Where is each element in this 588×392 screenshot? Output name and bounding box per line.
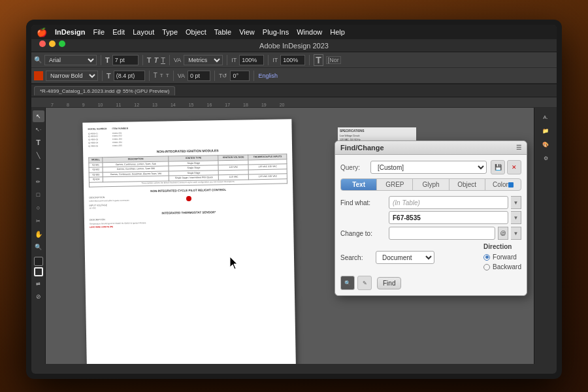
- text-tool[interactable]: T: [33, 137, 44, 148]
- delete-query-icon[interactable]: ✕: [507, 160, 521, 174]
- menu-help[interactable]: Help: [330, 28, 345, 36]
- change-options-icon[interactable]: ✎: [357, 276, 372, 290]
- query-dropdown[interactable]: [Custom]: [370, 161, 487, 174]
- tab-grep[interactable]: GREP: [377, 179, 413, 190]
- menu-file[interactable]: File: [93, 28, 105, 36]
- font-name-dropdown[interactable]: Arial: [44, 55, 97, 65]
- pencil-tool[interactable]: ✏: [33, 176, 44, 188]
- stroke-color[interactable]: [34, 267, 43, 276]
- select-tool[interactable]: ↖: [33, 110, 44, 122]
- menu-indesign[interactable]: InDesign: [55, 28, 85, 36]
- panel-icon-4[interactable]: ⚙: [536, 152, 555, 165]
- apply-none[interactable]: ⊘: [33, 291, 44, 302]
- direct-select-tool[interactable]: ↖·: [33, 123, 44, 135]
- left-toolbar: ↖ ↖· T ╲ ✒ ✏ □ ○ ✂ ✋ 🔍 ⇄ ⊘: [31, 108, 46, 364]
- menu-layout[interactable]: Layout: [133, 28, 154, 36]
- change-to-label: Change to:: [340, 230, 386, 237]
- rect-tool[interactable]: □: [33, 189, 44, 201]
- ruler-tick-20: 20: [280, 103, 298, 107]
- find-options-icon[interactable]: 🔍: [340, 276, 355, 290]
- ruler-tick-16: 16: [207, 103, 225, 107]
- menu-view[interactable]: View: [239, 28, 255, 36]
- backward-option: Backward: [483, 263, 521, 270]
- panel-icon-1[interactable]: A.: [536, 110, 555, 123]
- t-size-label: T: [106, 72, 111, 80]
- menu-type[interactable]: Type: [162, 28, 178, 36]
- zoom-tool[interactable]: 🔍: [33, 241, 44, 253]
- menu-edit[interactable]: Edit: [112, 28, 125, 36]
- ruler-tick-14: 14: [171, 103, 189, 107]
- canvas-area[interactable]: MODEL NUMBER IQ-4899-01 IQ-4899-02 IQ-48…: [46, 108, 534, 364]
- text-cursor-marker: [186, 196, 191, 201]
- find-change-panel: Find/Change ☰ Query: [Custom] 💾: [335, 140, 527, 296]
- tab-bar: *R-4899_Catalog_1.6.2023.indd @ 55% (GPU…: [31, 84, 557, 97]
- metrics-dropdown[interactable]: Metrics: [184, 55, 223, 65]
- swap-colors[interactable]: ⇄: [33, 278, 44, 289]
- forward-option: Forward: [483, 253, 521, 261]
- tab-color[interactable]: Color: [485, 179, 521, 190]
- font-size-input-2[interactable]: [114, 71, 145, 81]
- font-size-input[interactable]: [112, 55, 139, 65]
- ellipse-tool[interactable]: ○: [33, 202, 44, 214]
- menu-object[interactable]: Object: [186, 28, 206, 36]
- find-value-row: ▼: [340, 211, 521, 224]
- change-to-input[interactable]: [389, 227, 495, 240]
- find-value-input[interactable]: [389, 211, 508, 224]
- ruler-tick-15: 15: [189, 103, 207, 107]
- query-row: Query: [Custom] 💾 ✕: [340, 160, 521, 174]
- separator-6: [309, 55, 310, 65]
- doc-content: MODEL NUMBER IQ-4899-01 IQ-4899-02 IQ-48…: [82, 119, 293, 235]
- line-tool[interactable]: ╲: [33, 150, 44, 161]
- change-at-btn[interactable]: @: [498, 227, 508, 240]
- scissors-tool[interactable]: ✂: [33, 215, 44, 227]
- laptop-screen: 🍎 InDesign File Edit Layout Type Object …: [31, 25, 557, 374]
- font-style-dropdown[interactable]: Narrow Bold: [46, 71, 98, 81]
- tab-text[interactable]: Text: [341, 179, 377, 190]
- tab-glyph[interactable]: Glyph: [413, 179, 449, 190]
- separator-4: [227, 55, 227, 65]
- tt-label-1: T: [154, 72, 157, 79]
- find-button[interactable]: Find: [377, 277, 401, 289]
- maximize-button[interactable]: [59, 41, 65, 47]
- ruler-tick-9: 9: [82, 103, 98, 107]
- laptop-frame: 🍎 InDesign File Edit Layout Type Object …: [26, 20, 562, 379]
- forward-label: Forward: [493, 253, 517, 261]
- va2-label: VA: [178, 73, 185, 79]
- close-button[interactable]: [39, 41, 46, 47]
- panel-icon-2[interactable]: 📁: [536, 124, 555, 137]
- hand-tool[interactable]: ✋: [33, 228, 44, 240]
- find-change-tabs: Text GREP Glyph Object Color: [340, 178, 521, 191]
- menu-table[interactable]: Table: [214, 28, 231, 36]
- separator-2: [142, 55, 143, 65]
- forward-radio[interactable]: [483, 254, 490, 261]
- scale-input-1[interactable]: [239, 55, 264, 65]
- find-what-dropdown[interactable]: ▼: [511, 196, 521, 209]
- scale-label-1: IT: [231, 57, 237, 63]
- panel-title: Find/Change: [340, 144, 384, 152]
- t-main-icon: T: [314, 54, 323, 66]
- rotate-input[interactable]: [230, 71, 250, 81]
- menu-plugins[interactable]: Plug-Ins: [263, 28, 289, 36]
- pen-tool[interactable]: ✒: [33, 163, 44, 174]
- mac-menubar: 🍎 InDesign File Edit Layout Type Object …: [31, 25, 557, 39]
- minimize-button[interactable]: [49, 41, 56, 47]
- save-query-icon[interactable]: 💾: [491, 160, 505, 174]
- change-to-dropdown[interactable]: ▼: [511, 227, 521, 240]
- ruler-tick-17: 17: [225, 103, 243, 107]
- find-value-dropdown[interactable]: ▼: [511, 211, 521, 224]
- search-icon: 🔍: [34, 56, 42, 63]
- backward-radio[interactable]: [483, 264, 490, 270]
- document-tab[interactable]: *R-4899_Catalog_1.6.2023.indd @ 55% (GPU…: [34, 86, 175, 95]
- scale-input-2[interactable]: [280, 55, 305, 65]
- search-dropdown[interactable]: Document: [376, 251, 434, 264]
- menu-window[interactable]: Window: [297, 28, 322, 36]
- title-bar: Adobe InDesign 2023: [31, 39, 557, 52]
- tab-object[interactable]: Object: [449, 179, 485, 190]
- kerning-input[interactable]: [188, 71, 210, 81]
- specs-title: SPECIFICATIONS: [340, 129, 414, 133]
- separator-9: [173, 71, 174, 81]
- fill-color[interactable]: [34, 257, 43, 266]
- t-transform-2: T: [154, 56, 158, 64]
- find-what-input[interactable]: [389, 196, 508, 209]
- panel-icon-3[interactable]: 🎨: [536, 138, 555, 151]
